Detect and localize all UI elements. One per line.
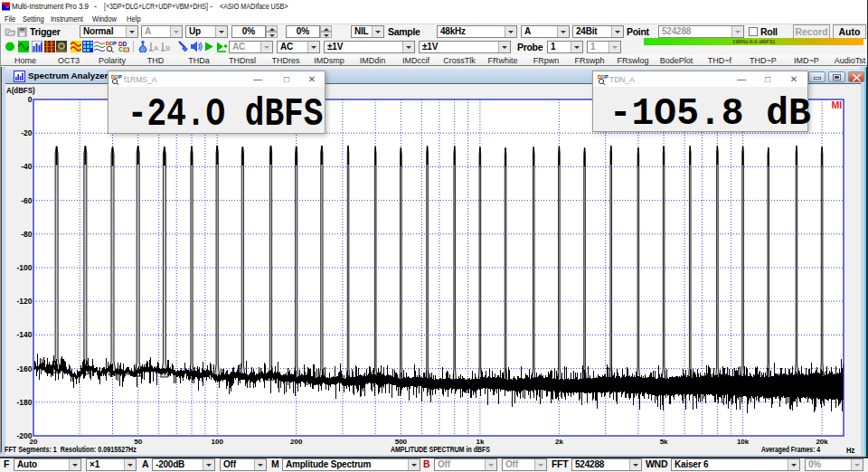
svg-text:P: P	[118, 74, 122, 80]
svg-text:MI: MI	[832, 99, 843, 110]
svg-text:P: P	[605, 74, 609, 80]
